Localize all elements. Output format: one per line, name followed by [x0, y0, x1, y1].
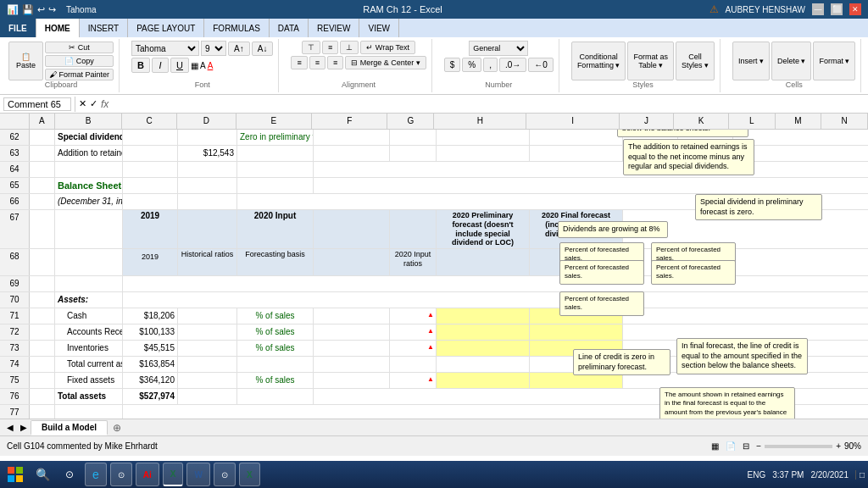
cell-62i[interactable] — [530, 130, 623, 145]
cell-64c[interactable] — [123, 162, 178, 177]
cell-75d[interactable] — [178, 373, 237, 388]
cell-72e[interactable]: % of sales — [237, 324, 314, 340]
taskbar-excel2[interactable]: X — [239, 463, 260, 486]
taskbar-cortana[interactable]: ⊙ — [58, 463, 81, 486]
cell-71a[interactable] — [30, 308, 55, 324]
maximize-btn[interactable]: ⬜ — [831, 3, 843, 15]
col-header-f[interactable]: F — [312, 114, 387, 129]
cell-65a[interactable] — [30, 178, 55, 193]
start-button[interactable] — [3, 463, 27, 486]
cell-73d[interactable] — [178, 341, 237, 356]
col-header-j[interactable]: J — [620, 114, 675, 129]
cell-73c[interactable]: $45,515 — [123, 341, 178, 356]
col-header-l[interactable]: L — [729, 114, 776, 129]
cell-68e[interactable]: Forecasting basis — [237, 249, 314, 275]
cell-70a[interactable] — [30, 292, 55, 308]
cell-66c[interactable] — [123, 194, 178, 209]
col-header-g[interactable]: G — [387, 114, 434, 129]
prev-sheet-btn[interactable]: ◀ — [3, 423, 17, 432]
cell-63d[interactable]: $12,543 — [178, 146, 237, 161]
cell-72b[interactable]: Accounts Receivable — [55, 324, 123, 340]
taskbar-excel-active[interactable]: X — [163, 463, 184, 486]
cell-67f[interactable] — [314, 210, 390, 248]
taskbar-word[interactable]: W — [186, 463, 209, 486]
cell-77b[interactable] — [55, 405, 123, 419]
align-middle-button[interactable]: ≡ — [322, 41, 338, 54]
cell-68d[interactable]: Historical ratios — [178, 249, 237, 275]
cell-68g[interactable]: 2020 Input ratios — [390, 249, 437, 275]
minimize-btn[interactable]: — — [812, 3, 824, 15]
cell-69b[interactable] — [55, 276, 123, 291]
number-format-select[interactable]: General — [469, 41, 528, 56]
cell-66d[interactable] — [178, 194, 237, 209]
cell-64b[interactable] — [55, 162, 123, 177]
align-center-button[interactable]: ≡ — [309, 56, 326, 69]
format-table-button[interactable]: Format asTable ▾ — [627, 42, 674, 80]
cell-68h[interactable] — [437, 249, 530, 275]
cell-66b[interactable]: (December 31, in thousands of dollars) — [55, 194, 123, 209]
tab-view[interactable]: VIEW — [359, 19, 399, 37]
cell-63e[interactable] — [237, 146, 314, 161]
cell-68f[interactable] — [314, 249, 390, 275]
cell-72g[interactable]: ▲ — [390, 324, 437, 340]
delete-button[interactable]: Delete ▾ — [771, 42, 812, 80]
cell-63f[interactable] — [314, 146, 390, 161]
cell-67b[interactable] — [55, 210, 123, 248]
cell-72h[interactable] — [437, 324, 530, 340]
cell-74i[interactable] — [530, 357, 623, 372]
cell-73h[interactable] — [437, 341, 530, 356]
taskbar-chrome[interactable]: ⊙ — [110, 463, 132, 486]
increase-decimal-button[interactable]: .0→ — [499, 58, 526, 72]
cell-67g[interactable] — [390, 210, 437, 248]
tab-file[interactable]: FILE — [0, 19, 36, 37]
tab-page-layout[interactable]: PAGE LAYOUT — [128, 19, 204, 37]
format-button[interactable]: Format ▾ — [813, 42, 855, 80]
paste-button[interactable]: 📋Paste — [8, 42, 43, 80]
zoom-out-btn[interactable]: − — [756, 441, 761, 451]
add-sheet-button[interactable]: ⊕ — [108, 420, 126, 435]
cell-72c[interactable]: $100,133 — [123, 324, 178, 340]
col-header-c[interactable]: C — [122, 114, 177, 129]
wrap-text-button[interactable]: ↵ Wrap Text — [360, 41, 415, 54]
cell-75e[interactable]: % of sales — [237, 373, 314, 388]
cell-72i[interactable] — [530, 324, 623, 340]
cell-69a[interactable] — [30, 276, 55, 291]
cell-77a[interactable] — [30, 405, 55, 419]
col-header-a[interactable]: A — [30, 114, 55, 129]
cell-75h[interactable] — [437, 373, 530, 388]
cell-67e[interactable]: 2020 Input — [237, 210, 314, 248]
align-bottom-button[interactable]: ⊥ — [340, 41, 359, 54]
page-break-icon[interactable]: ⊟ — [743, 441, 749, 451]
cell-67h[interactable]: 2020 Preliminary forecast (doesn't inclu… — [437, 210, 530, 248]
bold-button[interactable]: B — [131, 58, 150, 73]
col-header-d[interactable]: D — [177, 114, 236, 129]
cell-74a[interactable] — [30, 357, 55, 372]
format-painter-button[interactable]: 🖌 Format Painter — [45, 69, 114, 80]
cell-65d[interactable] — [178, 178, 237, 193]
taskbar-search[interactable]: 🔍 — [31, 463, 54, 486]
zoom-in-btn[interactable]: + — [836, 441, 841, 451]
zoom-slider[interactable] — [765, 445, 832, 448]
cell-74g[interactable] — [390, 357, 437, 372]
cell-62h[interactable] — [437, 130, 530, 145]
cell-65e[interactable] — [237, 178, 314, 193]
cell-67i[interactable]: 2020 Final forecast (includes special di… — [530, 210, 623, 248]
cell-73g[interactable]: ▲ — [390, 341, 437, 356]
quick-access-save[interactable]: 💾 — [22, 4, 34, 15]
cell-73b[interactable]: Inventories — [55, 341, 123, 356]
cell-68c[interactable]: 2019 — [123, 249, 178, 275]
cell-75f[interactable] — [314, 373, 390, 388]
col-header-n[interactable]: N — [821, 114, 868, 129]
align-right-button[interactable]: ≡ — [327, 56, 343, 69]
cell-71i[interactable] — [530, 308, 623, 324]
cell-63i[interactable] — [530, 146, 623, 161]
cell-71e[interactable]: % of sales — [237, 308, 314, 324]
cut-button[interactable]: ✂ Cut — [45, 42, 114, 53]
taskbar-ie[interactable]: e — [85, 463, 107, 486]
cell-67c[interactable]: 2019 — [123, 210, 178, 248]
cell-73e[interactable]: % of sales — [237, 341, 314, 356]
cell-75g[interactable]: ▲ — [390, 373, 437, 388]
cell-73f[interactable] — [314, 341, 390, 356]
percent-button[interactable]: % — [462, 58, 481, 72]
currency-button[interactable]: $ — [444, 58, 461, 72]
